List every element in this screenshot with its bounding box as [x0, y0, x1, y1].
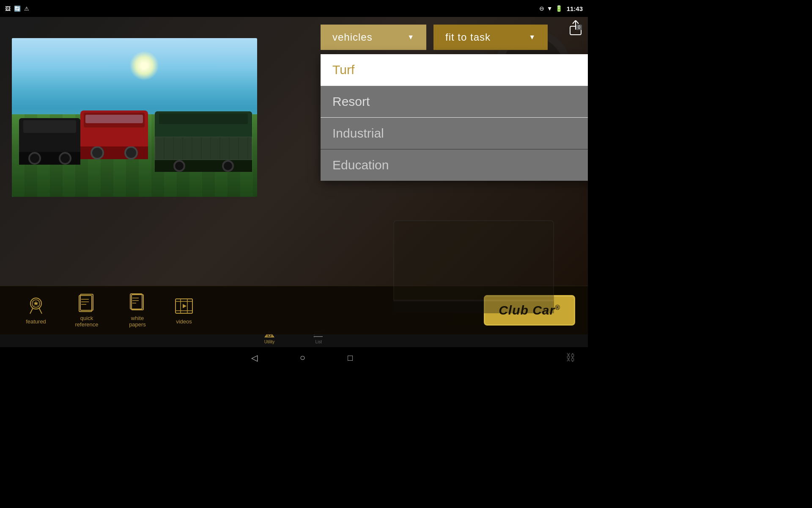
- tab-list-label: List: [315, 340, 322, 344]
- quick-reference-icon: [77, 293, 96, 312]
- share-button[interactable]: 0: [569, 20, 582, 36]
- fit-to-task-dropdown: fit to task ▼: [433, 25, 548, 50]
- svg-marker-22: [183, 304, 187, 308]
- menu-item-education[interactable]: Education: [321, 149, 588, 181]
- menu-item-industrial[interactable]: Industrial: [321, 118, 588, 149]
- vehicles-button[interactable]: vehicles ▼: [321, 25, 426, 50]
- vehicles-label: vehicles: [332, 31, 373, 43]
- nav-item-featured[interactable]: featured: [13, 293, 59, 328]
- main-content: 0: [0, 17, 588, 326]
- fit-arrow-icon: ▼: [529, 33, 536, 41]
- back-button[interactable]: ◁: [251, 353, 258, 363]
- warning-icon: ⚠: [24, 6, 29, 12]
- vehicles-menu: Turf Resort Industrial Education: [321, 54, 588, 181]
- system-nav: ◁ ○ □ ⛓: [0, 347, 588, 368]
- nav-item-videos[interactable]: videos: [161, 293, 207, 328]
- menu-item-resort[interactable]: Resort: [321, 86, 588, 118]
- tab-utility-label: Utility: [264, 340, 274, 344]
- white-papers-label: whitepapers: [129, 315, 146, 328]
- vehicles-arrow-icon: ▼: [407, 33, 414, 41]
- status-bar: 🖼 🔄 ⚠ ⊖ ▼ 🔋 11:43: [0, 0, 588, 17]
- system-nav-icons: ◁ ○ □: [251, 352, 353, 363]
- recent-button[interactable]: □: [348, 353, 353, 363]
- vehicle-image: [12, 38, 257, 197]
- svg-line-6: [39, 308, 42, 314]
- featured-label: featured: [26, 318, 46, 325]
- status-time: 11:43: [567, 5, 583, 12]
- svg-rect-7: [80, 294, 93, 310]
- fit-to-task-label: fit to task: [445, 31, 491, 43]
- quick-reference-label: quickreference: [75, 315, 99, 328]
- photo-icon: 🖼: [5, 6, 11, 12]
- menu-item-turf[interactable]: Turf: [321, 54, 588, 86]
- home-button[interactable]: ○: [300, 352, 305, 363]
- videos-label: videos: [176, 318, 192, 325]
- svg-line-5: [30, 308, 33, 314]
- videos-icon: [174, 296, 194, 316]
- svg-point-23: [269, 334, 270, 336]
- svg-rect-12: [132, 295, 143, 310]
- svg-marker-4: [33, 301, 38, 306]
- refresh-icon: 🔄: [14, 6, 21, 12]
- fit-to-task-button[interactable]: fit to task ▼: [433, 25, 548, 50]
- share-badge: 0: [576, 25, 582, 30]
- chain-icon[interactable]: ⛓: [566, 352, 575, 363]
- svg-point-29: [314, 336, 315, 337]
- white-papers-icon: [128, 293, 147, 312]
- nav-item-white-papers[interactable]: whitepapers: [114, 290, 161, 331]
- minus-icon: ⊖: [539, 5, 544, 12]
- vehicles-dropdown: vehicles ▼: [321, 25, 426, 50]
- svg-rect-13: [130, 294, 142, 309]
- featured-icon: [26, 296, 46, 316]
- status-right: ⊖ ▼ 🔋 11:43: [539, 5, 583, 12]
- svg-rect-8: [79, 295, 92, 312]
- wifi-icon: ▼: [547, 5, 553, 12]
- status-left: 🖼 🔄 ⚠: [5, 6, 29, 12]
- nav-item-quick-reference[interactable]: quickreference: [59, 290, 114, 331]
- battery-icon: 🔋: [555, 5, 562, 12]
